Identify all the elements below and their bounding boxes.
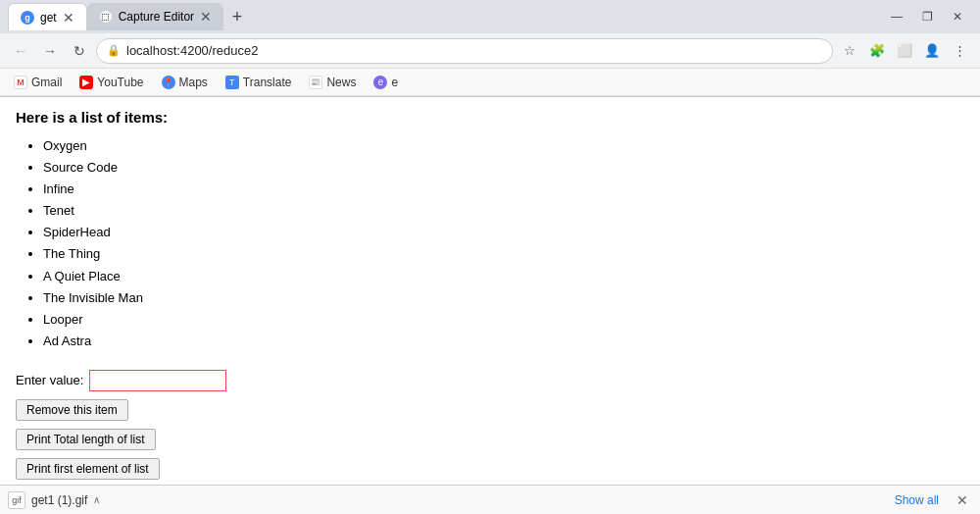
new-tab-button[interactable]: +: [223, 3, 251, 30]
back-button[interactable]: ←: [8, 38, 33, 64]
tab-capture[interactable]: ⬚ Capture Editor ✕: [87, 3, 223, 30]
tab-bar: g get ✕ ⬚ Capture Editor ✕ + — ❐ ✕: [0, 0, 980, 33]
remove-button[interactable]: Remove this item: [16, 399, 128, 421]
bookmark-maps-label: Maps: [179, 76, 208, 89]
bookmark-translate[interactable]: T Translate: [220, 74, 298, 91]
tab-capture-label: Capture Editor: [119, 10, 194, 24]
input-label: Enter value:: [16, 373, 83, 387]
download-bar: gif get1 (1).gif ∧ Show all ✕: [0, 485, 980, 514]
lock-icon: 🔒: [107, 44, 121, 57]
window-controls: — ❐ ✕: [885, 8, 972, 26]
list-item: Looper: [43, 309, 964, 331]
menu-button[interactable]: ⋮: [947, 38, 972, 64]
nav-bar: ← → ↻ 🔒 localhost:4200/reduce2 ☆ 🧩 ⬜ 👤 ⋮: [0, 33, 980, 69]
list-item: Ad Astra: [43, 331, 964, 352]
list-item: The Thing: [43, 243, 964, 265]
address-bar[interactable]: 🔒 localhost:4200/reduce2: [96, 38, 833, 64]
show-all-button[interactable]: Show all: [889, 491, 945, 509]
close-window-button[interactable]: ✕: [947, 8, 968, 26]
refresh-button[interactable]: ↻: [67, 38, 92, 64]
first-button[interactable]: Print first element of list: [16, 458, 160, 480]
bookmark-news-label: News: [326, 76, 356, 89]
profile-button[interactable]: 👤: [919, 38, 945, 64]
news-favicon: 📰: [309, 76, 322, 89]
youtube-favicon: ▶: [79, 76, 93, 89]
tab-get-close[interactable]: ✕: [63, 11, 74, 25]
bookmark-youtube-label: YouTube: [97, 76, 143, 89]
maps-favicon: 📍: [162, 76, 175, 89]
list-item: SpiderHead: [43, 222, 964, 243]
bookmark-star-button[interactable]: ☆: [837, 38, 862, 64]
list-item: Source Code: [43, 157, 964, 179]
tab-capture-close[interactable]: ✕: [200, 10, 212, 24]
translate-favicon: T: [225, 76, 239, 89]
list-item: Infine: [43, 179, 964, 200]
bookmark-translate-label: Translate: [243, 76, 292, 89]
download-close-button[interactable]: ✕: [953, 492, 972, 508]
page-title: Here is a list of items:: [16, 109, 964, 126]
value-input[interactable]: [89, 370, 226, 391]
bookmark-gmail[interactable]: M Gmail: [8, 74, 68, 91]
bookmark-e-label: e: [391, 76, 398, 89]
tab-get-label: get: [40, 11, 57, 25]
tab-capture-favicon: ⬚: [99, 10, 113, 24]
bookmark-e[interactable]: e e: [368, 74, 404, 91]
input-row: Enter value:: [16, 370, 964, 391]
download-filename: get1 (1).gif: [31, 493, 87, 507]
bookmark-youtube[interactable]: ▶ YouTube: [74, 74, 149, 91]
list-item: A Quiet Place: [43, 266, 964, 287]
download-file-icon: gif: [8, 491, 25, 509]
address-text: localhost:4200/reduce2: [126, 43, 822, 58]
bookmark-news[interactable]: 📰 News: [303, 74, 362, 91]
bookmark-gmail-label: Gmail: [31, 76, 62, 89]
minimize-button[interactable]: —: [885, 8, 908, 26]
bookmarks-bar: M Gmail ▶ YouTube 📍 Maps T Translate 📰 N…: [0, 69, 980, 96]
tab-search-button[interactable]: ⬜: [892, 38, 917, 64]
total-button[interactable]: Print Total length of list: [16, 429, 156, 450]
gmail-favicon: M: [14, 76, 27, 89]
e-favicon: e: [373, 76, 387, 89]
download-item: gif get1 (1).gif ∧: [8, 491, 100, 509]
nav-actions: ☆ 🧩 ⬜ 👤 ⋮: [837, 38, 972, 64]
download-chevron-icon[interactable]: ∧: [93, 494, 100, 505]
tab-get[interactable]: g get ✕: [8, 3, 87, 30]
page-content: Here is a list of items: OxygenSource Co…: [0, 97, 980, 514]
items-list: OxygenSource CodeInfineTenetSpiderHeadTh…: [43, 135, 964, 352]
forward-button[interactable]: →: [37, 38, 63, 64]
list-item: Tenet: [43, 200, 964, 222]
extension-puzzle-button[interactable]: 🧩: [864, 38, 890, 64]
tab-get-favicon: g: [21, 11, 34, 25]
list-item: Oxygen: [43, 135, 964, 157]
browser-chrome: g get ✕ ⬚ Capture Editor ✕ + — ❐ ✕ ← → ↻…: [0, 0, 980, 97]
maximize-button[interactable]: ❐: [916, 8, 939, 26]
list-item: The Invisible Man: [43, 287, 964, 309]
bookmark-maps[interactable]: 📍 Maps: [156, 74, 214, 91]
